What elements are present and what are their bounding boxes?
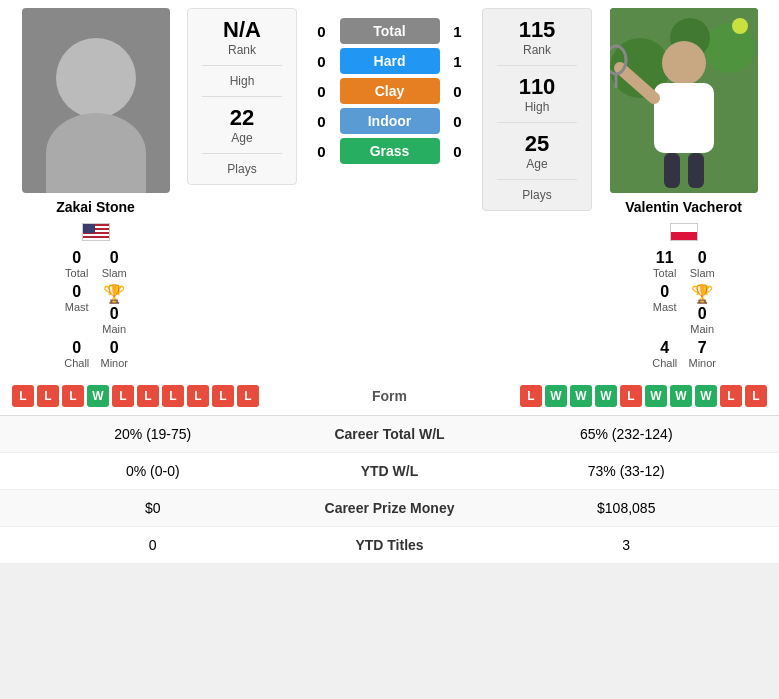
- right-player-photo: [610, 8, 758, 193]
- right-stats-grid: 11 Total 0 Slam 0 Mast 🏆 0 Main 4: [651, 249, 716, 369]
- comparison-row: $0 Career Prize Money $108,085: [0, 490, 779, 527]
- right-mast-pair: 0 Mast: [651, 283, 679, 335]
- svg-point-2: [705, 23, 755, 73]
- indoor-button[interactable]: Indoor: [340, 108, 440, 134]
- right-rank-label: Rank: [523, 43, 551, 57]
- right-high-box: 110 High: [487, 74, 587, 114]
- left-photo-head: [56, 38, 136, 118]
- form-badge: W: [670, 385, 692, 407]
- court-section: 0 Total 1 0 Hard 1 0 Clay 0 0 Indoor 0: [301, 8, 478, 174]
- grass-button[interactable]: Grass: [340, 138, 440, 164]
- left-rank-box: N/A Rank: [192, 17, 292, 57]
- right-chall-value: 4: [660, 339, 669, 357]
- form-badge: L: [162, 385, 184, 407]
- comparison-row: 20% (19-75) Career Total W/L 65% (232-12…: [0, 416, 779, 453]
- left-mast-label: Mast: [65, 301, 89, 313]
- left-high-box: High: [192, 74, 292, 88]
- right-player-card: Valentin Vacherot 11 Total 0 Slam 0 Mast: [596, 8, 771, 369]
- form-badge: L: [745, 385, 767, 407]
- form-badge: W: [545, 385, 567, 407]
- right-trophy: 🏆 0 Main: [689, 283, 717, 335]
- left-stat-value: $0: [16, 500, 290, 516]
- right-stat-value: 73% (33-12): [490, 463, 764, 479]
- form-badge: L: [137, 385, 159, 407]
- right-plays-label: Plays: [522, 188, 551, 202]
- svg-point-4: [662, 41, 706, 85]
- left-player-photo: [22, 8, 170, 193]
- left-age-value: 22: [230, 105, 254, 131]
- left-rank-value: N/A: [223, 17, 261, 43]
- stats-table: 20% (19-75) Career Total W/L 65% (232-12…: [0, 416, 779, 564]
- left-middle-stats: N/A Rank High 22 Age Plays: [187, 8, 297, 185]
- left-age-label: Age: [231, 131, 252, 145]
- left-player-name: Zakai Stone: [56, 199, 135, 215]
- court-left-clay: 0: [310, 83, 334, 100]
- form-badge: W: [645, 385, 667, 407]
- right-divider3: [497, 179, 577, 180]
- court-row-indoor: 0 Indoor 0: [301, 108, 478, 134]
- right-slam-value: 0: [698, 249, 707, 267]
- left-stats-grid: 0 Total 0 Slam 0 Mast 🏆 0 Main 0: [63, 249, 128, 369]
- right-main-label: Main: [690, 323, 714, 335]
- right-slam-pair: 0 Slam: [689, 249, 717, 279]
- left-minor-label: Minor: [101, 357, 129, 369]
- left-high-label: High: [230, 74, 255, 88]
- court-right-grass: 0: [446, 143, 470, 160]
- left-divider1: [202, 65, 282, 66]
- court-left-grass: 0: [310, 143, 334, 160]
- left-form-badges: LLLWLLLLLL: [12, 385, 322, 407]
- right-mast-value: 0: [660, 283, 669, 301]
- right-trophy-icon: 🏆: [691, 283, 713, 305]
- pl-flag-icon: [670, 223, 698, 241]
- left-mast-value: 0: [72, 283, 81, 301]
- right-rank-box: 115 Rank: [487, 17, 587, 57]
- left-slam-value: 0: [110, 249, 119, 267]
- right-minor-value: 7: [698, 339, 707, 357]
- stat-category-label: Career Prize Money: [290, 500, 490, 516]
- comparison-row: 0 YTD Titles 3: [0, 527, 779, 564]
- right-player-svg: [610, 8, 758, 193]
- right-total-label: Total: [653, 267, 676, 279]
- clay-button[interactable]: Clay: [340, 78, 440, 104]
- court-right-clay: 0: [446, 83, 470, 100]
- right-high-value: 110: [519, 74, 556, 100]
- form-label: Form: [330, 388, 450, 404]
- left-stat-value: 0: [16, 537, 290, 553]
- right-stat-value: 3: [490, 537, 764, 553]
- left-divider3: [202, 153, 282, 154]
- stat-category-label: YTD W/L: [290, 463, 490, 479]
- form-badge: W: [695, 385, 717, 407]
- right-minor-label: Minor: [689, 357, 717, 369]
- svg-rect-5: [654, 83, 714, 153]
- svg-rect-10: [688, 153, 704, 188]
- left-trophy-icon: 🏆: [103, 283, 125, 305]
- right-total-value: 11: [656, 249, 674, 267]
- main-container: Zakai Stone 0 Total 0 Slam 0 Mast 🏆: [0, 0, 779, 564]
- left-age-box: 22 Age: [192, 105, 292, 145]
- left-minor-value: 0: [110, 339, 119, 357]
- right-divider1: [497, 65, 577, 66]
- court-right-total: 1: [446, 23, 470, 40]
- right-rank-value: 115: [519, 17, 556, 43]
- form-badge: L: [112, 385, 134, 407]
- left-photo-body: [46, 113, 146, 193]
- hard-button[interactable]: Hard: [340, 48, 440, 74]
- court-row-clay: 0 Clay 0: [301, 78, 478, 104]
- right-player-flag: [670, 223, 698, 245]
- left-player-flag: [82, 223, 110, 245]
- court-left-indoor: 0: [310, 113, 334, 130]
- right-age-box: 25 Age: [487, 131, 587, 171]
- form-badge: L: [520, 385, 542, 407]
- stat-category-label: Career Total W/L: [290, 426, 490, 442]
- left-trophy: 🏆 0 Main: [101, 283, 129, 335]
- total-button[interactable]: Total: [340, 18, 440, 44]
- stat-category-label: YTD Titles: [290, 537, 490, 553]
- right-stat-value: 65% (232-124): [490, 426, 764, 442]
- comparison-row: 0% (0-0) YTD W/L 73% (33-12): [0, 453, 779, 490]
- left-slam-pair: 0 Slam: [101, 249, 129, 279]
- form-badge: L: [212, 385, 234, 407]
- court-row-grass: 0 Grass 0: [301, 138, 478, 164]
- left-mast-pair: 0 Mast: [63, 283, 91, 335]
- us-flag-icon: [82, 223, 110, 241]
- right-slam-label: Slam: [690, 267, 715, 279]
